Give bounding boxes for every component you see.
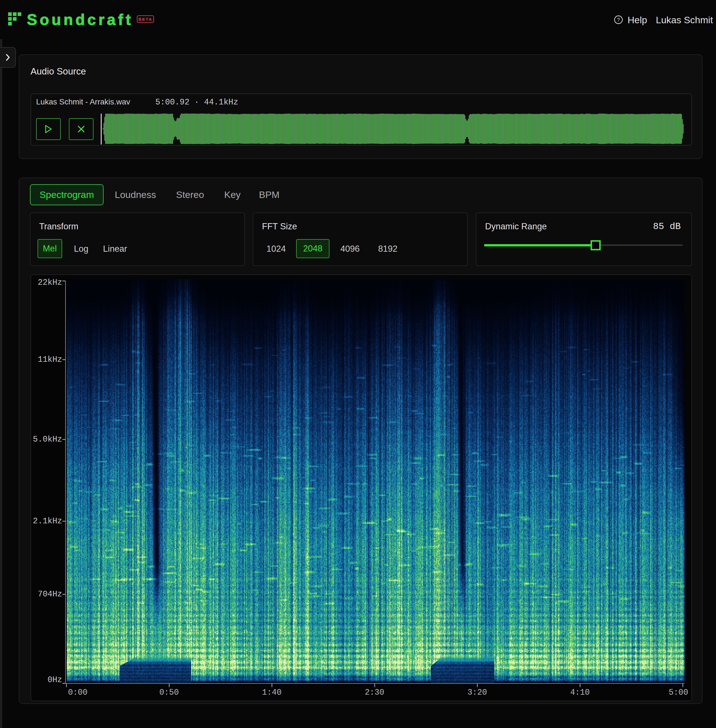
svg-text:?: ? (617, 17, 620, 23)
